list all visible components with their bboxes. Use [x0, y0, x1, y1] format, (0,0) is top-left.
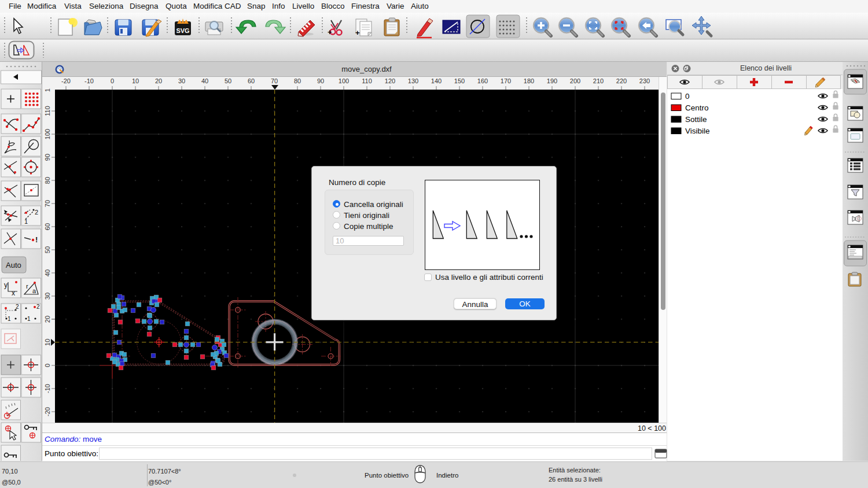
svg-text:30: 30	[44, 293, 51, 300]
svg-text:60: 60	[248, 77, 255, 84]
svg-text:220: 220	[616, 77, 627, 84]
svg-text:190: 190	[547, 77, 557, 84]
svg-text:Auto: Auto	[6, 261, 21, 269]
svg-text:1: 1	[44, 88, 51, 92]
svg-text:140: 140	[431, 77, 442, 84]
svg-text:200: 200	[570, 77, 580, 84]
svg-text:170: 170	[501, 77, 511, 84]
svg-text:2: 2	[35, 209, 38, 216]
svg-text:50: 50	[44, 246, 51, 253]
svg-text:Centro: Centro	[685, 103, 709, 112]
svg-text:110: 110	[362, 77, 372, 84]
svg-text:10: 10	[132, 77, 139, 84]
svg-text:!: !	[35, 235, 38, 244]
svg-text:1: 1	[24, 218, 28, 225]
svg-text:100: 100	[339, 77, 349, 84]
svg-text:130: 130	[408, 77, 418, 84]
svg-text:x: x	[12, 289, 15, 297]
svg-text:210: 210	[593, 77, 604, 84]
svg-text:2: 2	[16, 304, 19, 310]
svg-text:-20: -20	[61, 77, 71, 84]
svg-text:160: 160	[477, 77, 488, 84]
svg-text:-10: -10	[84, 77, 94, 84]
svg-text:70: 70	[271, 77, 278, 84]
svg-text:1: 1	[8, 316, 11, 322]
svg-text:1: 1	[27, 316, 31, 322]
svg-text:40: 40	[201, 77, 208, 84]
svg-text:20: 20	[44, 316, 51, 323]
svg-text:60: 60	[44, 223, 51, 230]
svg-text:20: 20	[155, 77, 162, 84]
svg-text:30: 30	[178, 77, 185, 84]
svg-text:150: 150	[454, 77, 465, 84]
svg-text:80: 80	[44, 177, 51, 184]
svg-text:10: 10	[44, 339, 51, 346]
svg-text:0: 0	[685, 92, 690, 101]
svg-text:-10: -10	[44, 384, 51, 393]
svg-text:2: 2	[36, 304, 40, 310]
svg-text:90: 90	[44, 154, 51, 161]
svg-text:Visibile: Visibile	[685, 127, 710, 135]
svg-text:0: 0	[44, 364, 51, 367]
svg-text:110: 110	[44, 106, 51, 116]
svg-text:120: 120	[385, 77, 395, 84]
svg-text:-20: -20	[44, 407, 51, 416]
svg-text:50: 50	[225, 77, 231, 84]
svg-text:r: r	[26, 283, 28, 290]
svg-text:0: 0	[111, 77, 114, 84]
svg-text:80: 80	[294, 77, 301, 84]
svg-text:40: 40	[44, 269, 51, 276]
svg-text:y: y	[4, 281, 8, 289]
svg-text:230: 230	[639, 77, 650, 84]
svg-text:180: 180	[524, 77, 534, 84]
svg-text:70: 70	[44, 200, 51, 207]
svg-text:100: 100	[44, 129, 51, 139]
svg-text:a: a	[32, 287, 36, 294]
svg-text:Sottile: Sottile	[685, 115, 707, 124]
svg-text:90: 90	[317, 77, 324, 84]
